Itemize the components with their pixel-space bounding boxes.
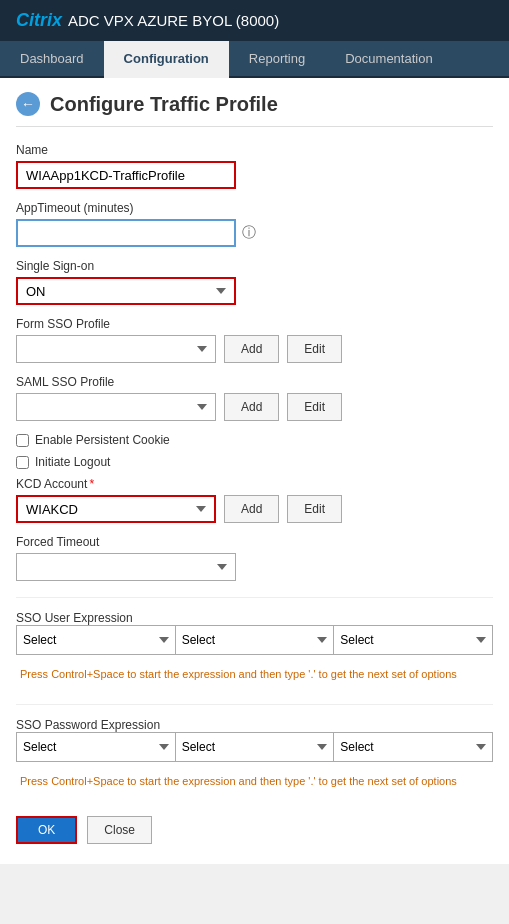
nav-configuration[interactable]: Configuration: [104, 41, 229, 78]
name-label: Name: [16, 143, 493, 157]
nav-reporting[interactable]: Reporting: [229, 41, 325, 76]
kcd-account-add-button[interactable]: Add: [224, 495, 279, 523]
ok-button[interactable]: OK: [16, 816, 77, 844]
saml-sso-add-button[interactable]: Add: [224, 393, 279, 421]
sso-pwd-select-2[interactable]: Select: [176, 733, 335, 761]
app-timeout-group: AppTimeout (minutes) ⓘ: [16, 201, 493, 247]
sso-user-select-1[interactable]: Select: [17, 626, 176, 654]
initiate-logout-row: Initiate Logout: [16, 455, 493, 469]
form-sso-edit-button[interactable]: Edit: [287, 335, 342, 363]
form-sso-label: Form SSO Profile: [16, 317, 493, 331]
saml-sso-select[interactable]: [16, 393, 216, 421]
sso-group: Single Sign-on ON OFF: [16, 259, 493, 305]
sso-user-divider: [16, 597, 493, 598]
footer-buttons: OK Close: [16, 816, 493, 844]
sso-pwd-group: SSO Password Expression Select Select Se…: [16, 717, 493, 795]
form-sso-row: Add Edit: [16, 335, 493, 363]
main-nav: Dashboard Configuration Reporting Docume…: [0, 41, 509, 78]
sso-user-expr-label: SSO User Expression: [16, 611, 133, 625]
form-sso-add-button[interactable]: Add: [224, 335, 279, 363]
info-icon[interactable]: ⓘ: [242, 224, 256, 242]
sso-pwd-hint: Press Control+Space to start the express…: [16, 768, 493, 795]
saml-sso-label: SAML SSO Profile: [16, 375, 493, 389]
sso-label: Single Sign-on: [16, 259, 493, 273]
enable-cookie-label[interactable]: Enable Persistent Cookie: [35, 433, 170, 447]
close-button[interactable]: Close: [87, 816, 152, 844]
kcd-account-group: KCD Account WIAKCD Add Edit: [16, 477, 493, 523]
forced-timeout-label: Forced Timeout: [16, 535, 493, 549]
sso-user-select-2[interactable]: Select: [176, 626, 335, 654]
sso-select[interactable]: ON OFF: [16, 277, 236, 305]
app-timeout-row: ⓘ: [16, 219, 493, 247]
saml-sso-group: SAML SSO Profile Add Edit: [16, 375, 493, 421]
sso-user-hint: Press Control+Space to start the express…: [16, 661, 493, 688]
app-logo: Citrix: [16, 10, 62, 31]
kcd-account-label: KCD Account: [16, 477, 493, 491]
sso-user-group: SSO User Expression Select Select Select…: [16, 610, 493, 688]
sso-pwd-select-3[interactable]: Select: [334, 733, 492, 761]
page-content: ← Configure Traffic Profile Name documen…: [0, 78, 509, 864]
initiate-logout-checkbox[interactable]: [16, 456, 29, 469]
enable-cookie-checkbox[interactable]: [16, 434, 29, 447]
sso-pwd-divider: [16, 704, 493, 705]
nav-dashboard[interactable]: Dashboard: [0, 41, 104, 76]
form-sso-group: Form SSO Profile Add Edit: [16, 317, 493, 363]
sso-user-select-3[interactable]: Select: [334, 626, 492, 654]
sso-pwd-expr-label: SSO Password Expression: [16, 718, 160, 732]
page-title: Configure Traffic Profile: [50, 93, 278, 116]
back-button[interactable]: ←: [16, 92, 40, 116]
sso-user-expression-row: Select Select Select: [16, 625, 493, 655]
kcd-account-row: WIAKCD Add Edit: [16, 495, 493, 523]
initiate-logout-label[interactable]: Initiate Logout: [35, 455, 110, 469]
nav-documentation[interactable]: Documentation: [325, 41, 452, 76]
enable-cookie-row: Enable Persistent Cookie: [16, 433, 493, 447]
sso-pwd-expression-row: Select Select Select: [16, 732, 493, 762]
app-timeout-input[interactable]: [16, 219, 236, 247]
name-input[interactable]: [16, 161, 236, 189]
app-timeout-label: AppTimeout (minutes): [16, 201, 493, 215]
saml-sso-row: Add Edit: [16, 393, 493, 421]
page-header: ← Configure Traffic Profile: [16, 78, 493, 127]
form-sso-select[interactable]: [16, 335, 216, 363]
forced-timeout-group: Forced Timeout: [16, 535, 493, 581]
sso-pwd-select-1[interactable]: Select: [17, 733, 176, 761]
kcd-account-select[interactable]: WIAKCD: [16, 495, 216, 523]
forced-timeout-select[interactable]: [16, 553, 236, 581]
saml-sso-edit-button[interactable]: Edit: [287, 393, 342, 421]
app-title: ADC VPX AZURE BYOL (8000): [68, 12, 279, 29]
kcd-account-edit-button[interactable]: Edit: [287, 495, 342, 523]
logo-citrix: Citrix: [16, 10, 62, 30]
app-header: Citrix ADC VPX AZURE BYOL (8000): [0, 0, 509, 41]
name-group: Name document.querySelector('[data-name=…: [16, 143, 493, 189]
